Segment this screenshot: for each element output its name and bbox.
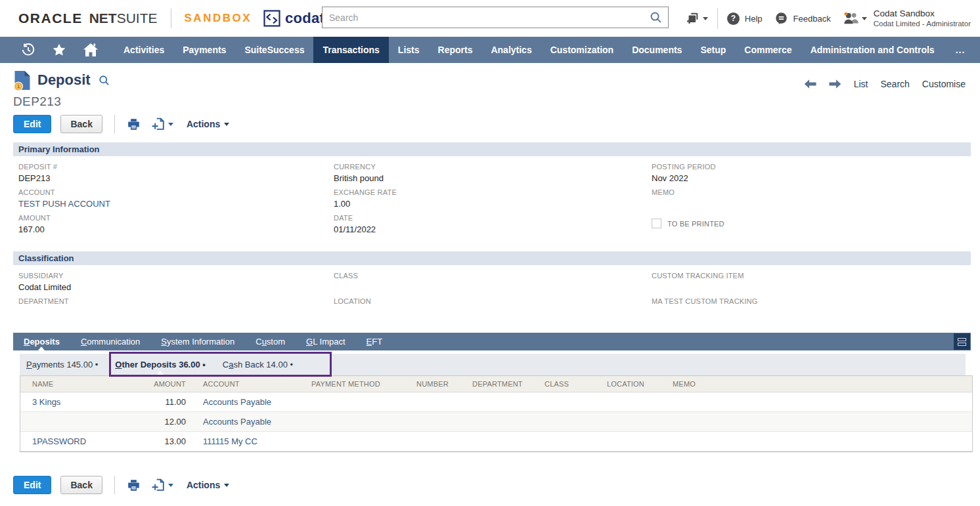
customise-link[interactable]: Customise: [922, 79, 966, 89]
nav-item-transactions[interactable]: Transactions: [313, 37, 388, 63]
deposit-memo: [661, 432, 972, 452]
col-header-class: CLASS: [533, 376, 595, 392]
other-deposits-table: NAME AMOUNT ACCOUNT PAYMENT METHOD NUMBE…: [20, 375, 973, 452]
record-toolbar-bottom: Edit Back Actions: [13, 476, 980, 494]
new-document-icon[interactable]: [151, 478, 173, 492]
back-button[interactable]: Back: [60, 115, 102, 133]
subtab-label-part: O: [115, 360, 122, 369]
subtab-other-deposits[interactable]: Other Deposits 36.00 •: [115, 354, 206, 375]
new-document-icon[interactable]: [151, 117, 173, 131]
layout-toggle-icon[interactable]: [954, 333, 970, 350]
tab-system-information[interactable]: System Information: [150, 333, 245, 350]
history-icon[interactable]: [21, 43, 35, 57]
caret-down-icon: [224, 123, 229, 126]
col-header-account: ACCOUNT: [191, 376, 300, 392]
tab-label-part: D: [24, 337, 30, 347]
nav-item-customization[interactable]: Customization: [541, 37, 623, 63]
account-info[interactable]: Codat Sandbox Codat Limited - Administra…: [874, 8, 971, 29]
deposit-account-link[interactable]: Accounts Payable: [191, 392, 300, 412]
home-icon[interactable]: [83, 43, 99, 57]
subtab-label-part: P: [26, 360, 32, 369]
subtab-payments[interactable]: Payments 145.00 •: [26, 354, 98, 375]
toolbar-divider: [114, 476, 115, 494]
field-value: [334, 282, 652, 293]
search-icon[interactable]: [650, 11, 662, 24]
field-value: [18, 308, 334, 318]
deposit-amount: 13.00: [132, 432, 191, 452]
nav-item-suitesuccess[interactable]: SuiteSuccess: [235, 37, 313, 63]
deposit-record-icon: 1: [13, 70, 31, 91]
print-icon[interactable]: [127, 117, 141, 131]
deposit-account-link[interactable]: Accounts Payable: [191, 412, 300, 432]
field-value: British pound: [334, 173, 652, 184]
to-be-printed-field: TO BE PRINTED: [652, 219, 980, 228]
table-row: 3 Kings 11.00 Accounts Payable: [20, 392, 972, 412]
nav-item-reports[interactable]: Reports: [429, 37, 482, 63]
print-icon[interactable]: [127, 478, 141, 492]
record-search-icon[interactable]: [99, 75, 110, 86]
nav-item-activities[interactable]: Activities: [114, 37, 173, 63]
deposit-department: [460, 412, 533, 432]
deposit-department: [460, 432, 533, 452]
tab-communication[interactable]: Communication: [70, 333, 150, 350]
primary-col-2: CURRENCY British pound EXCHANGE RATE 1.0…: [334, 163, 652, 240]
edit-button[interactable]: Edit: [13, 476, 51, 494]
deposit-amount: 12.00: [132, 412, 191, 432]
back-button[interactable]: Back: [60, 476, 102, 494]
actions-menu[interactable]: Actions: [187, 119, 229, 129]
nav-item-documents[interactable]: Documents: [623, 37, 691, 63]
codat-logo-text: codat: [285, 10, 324, 27]
quick-add-menu[interactable]: [686, 11, 708, 26]
caret-down-icon: [224, 484, 229, 487]
nav-item-lists[interactable]: Lists: [389, 37, 429, 63]
field-label: CURRENCY: [334, 163, 652, 171]
tab-deposits[interactable]: Deposits: [13, 333, 70, 350]
caret-down-icon: [862, 17, 867, 20]
forward-arrow-icon[interactable]: [829, 79, 841, 89]
record-main: 1 Deposit List Search Customise DEP213 E…: [0, 70, 980, 494]
feedback-icon: [774, 12, 788, 26]
deposit-account-link[interactable]: 111115 My CC: [191, 432, 300, 452]
edit-button[interactable]: Edit: [13, 115, 51, 133]
nav-item-setup[interactable]: Setup: [691, 37, 735, 63]
role-menu[interactable]: [843, 11, 867, 26]
nav-overflow-menu[interactable]: ...: [944, 45, 977, 55]
field-department: DEPARTMENT: [18, 297, 334, 318]
nav-item-commerce[interactable]: Commerce: [735, 37, 801, 63]
global-search-input[interactable]: [323, 12, 650, 23]
tab-eft[interactable]: EFT: [356, 333, 393, 350]
codat-logo: codat: [263, 10, 324, 27]
back-arrow-icon[interactable]: [804, 79, 816, 89]
record-id: DEP213: [13, 95, 980, 109]
account-link[interactable]: TEST PUSH ACCOUNT: [18, 199, 334, 209]
caret-down-icon: [703, 17, 708, 20]
record-quick-links: List Search Customise: [804, 79, 966, 89]
list-link[interactable]: List: [854, 79, 868, 89]
to-be-printed-checkbox[interactable]: [652, 219, 661, 228]
field-label: CLASS: [334, 272, 652, 280]
deposit-name-link[interactable]: 3 Kings: [20, 392, 132, 412]
nav-item-analytics[interactable]: Analytics: [481, 37, 541, 63]
help-button[interactable]: Help: [727, 12, 763, 25]
actions-menu[interactable]: Actions: [187, 480, 229, 490]
field-label: MEMO: [652, 188, 980, 196]
field-value: [652, 282, 980, 293]
tab-custom[interactable]: Custom: [245, 333, 296, 350]
tab-gl-impact[interactable]: GL Impact: [296, 333, 356, 350]
tab-label-part: S: [161, 337, 167, 347]
deposit-location: [595, 412, 661, 432]
nav-item-payments[interactable]: Payments: [173, 37, 235, 63]
shortcuts-icon[interactable]: [52, 43, 66, 57]
classification-col-3: CUSTOM TRACKING ITEM MA TEST CUSTOM TRAC…: [652, 272, 980, 323]
deposit-payment-method: [300, 392, 405, 412]
record-toolbar-top: Edit Back Actions: [13, 115, 980, 133]
deposit-name-link[interactable]: 1PASSWORD: [20, 432, 132, 452]
field-ma-test-custom-tracking: MA TEST CUSTOM TRACKING: [652, 297, 980, 318]
subtab-cash-back[interactable]: Cash Back 14.00 •: [223, 354, 293, 375]
nav-item-administration[interactable]: Administration and Controls: [801, 37, 944, 63]
toolbar-divider: [114, 115, 115, 133]
search-link[interactable]: Search: [881, 79, 910, 89]
deposit-class: [533, 432, 595, 452]
feedback-button[interactable]: Feedback: [774, 12, 831, 26]
deposit-location: [595, 392, 661, 412]
